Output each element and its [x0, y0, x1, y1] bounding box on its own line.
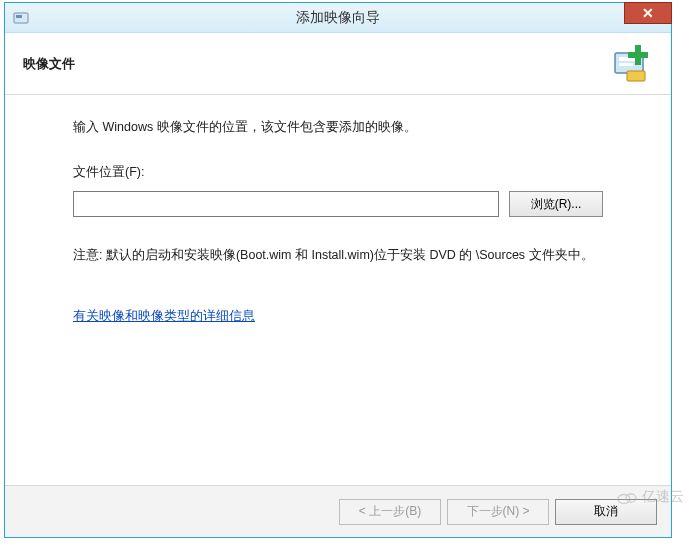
next-button[interactable]: 下一步(N) > [447, 499, 549, 525]
note-text: 注意: 默认的启动和安装映像(Boot.wim 和 Install.wim)位于… [73, 245, 603, 266]
wizard-window: 添加映像向导 ✕ 映像文件 输入 Windows 映像文件的位置，该文件包含要添… [4, 2, 672, 538]
wizard-footer: < 上一步(B) 下一步(N) > 取消 [5, 485, 671, 537]
page-title: 映像文件 [23, 55, 75, 73]
file-location-label: 文件位置(F): [73, 164, 603, 181]
cancel-button[interactable]: 取消 [555, 499, 657, 525]
browse-button[interactable]: 浏览(R)... [509, 191, 603, 217]
titlebar: 添加映像向导 ✕ [5, 3, 671, 33]
svg-rect-1 [16, 15, 22, 18]
wizard-content: 输入 Windows 映像文件的位置，该文件包含要添加的映像。 文件位置(F):… [5, 95, 671, 485]
svg-rect-6 [628, 52, 648, 58]
svg-rect-4 [619, 63, 633, 66]
file-location-input[interactable] [73, 191, 499, 217]
file-input-row: 浏览(R)... [73, 191, 603, 217]
close-button[interactable]: ✕ [624, 2, 672, 24]
back-button[interactable]: < 上一步(B) [339, 499, 441, 525]
window-title: 添加映像向导 [296, 9, 380, 27]
more-info-link[interactable]: 有关映像和映像类型的详细信息 [73, 309, 255, 323]
svg-rect-7 [627, 71, 645, 81]
image-wizard-icon [613, 43, 657, 86]
close-icon: ✕ [642, 5, 654, 21]
intro-text: 输入 Windows 映像文件的位置，该文件包含要添加的映像。 [73, 119, 603, 136]
app-icon [13, 10, 29, 26]
wizard-header: 映像文件 [5, 33, 671, 95]
